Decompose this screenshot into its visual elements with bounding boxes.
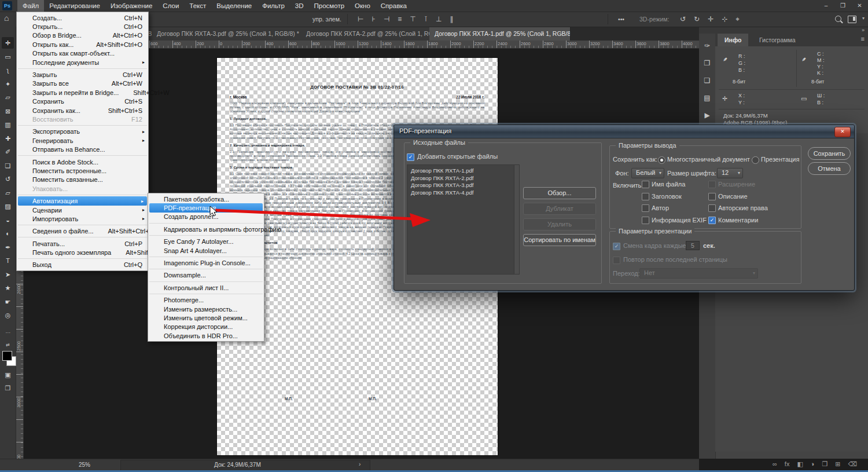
automation-item-Изменить размерность...[interactable]: Изменить размерность... bbox=[148, 305, 264, 313]
automation-item-Imagenomic Plug-in Console...[interactable]: Imagenomic Plug-in Console... bbox=[148, 258, 264, 267]
automation-item-Photomerge...[interactable]: Photomerge... bbox=[148, 296, 264, 305]
more-options-icon[interactable]: ••• bbox=[618, 16, 624, 23]
automation-item-Коррекция дисторсии...[interactable]: Коррекция дисторсии... bbox=[148, 323, 264, 331]
file-menu-item-Открыть как смарт-объект...[interactable]: Открыть как смарт-объект... bbox=[17, 49, 148, 58]
include-checkbox-Заголовок[interactable] bbox=[642, 193, 649, 200]
gradient-tool[interactable]: ▨ bbox=[2, 200, 14, 212]
duplicate-button[interactable]: Дубликат bbox=[523, 203, 596, 215]
list-scrollbar[interactable] bbox=[514, 165, 519, 274]
menubar-item-Файл[interactable]: Файл bbox=[17, 0, 44, 12]
automation-item-Кадрировать и выпрямить фотографию[interactable]: Кадрировать и выпрямить фотографию bbox=[148, 225, 264, 233]
file-list-item[interactable]: Договор ПКК ЯХТА-2.pdf bbox=[407, 175, 519, 182]
new-layer-icon[interactable]: ⊞ bbox=[835, 460, 840, 468]
zoom-level[interactable]: 25% bbox=[79, 462, 90, 468]
foreground-color-swatch[interactable] bbox=[2, 351, 12, 361]
workspace-icon[interactable] bbox=[848, 16, 856, 23]
align-bottom-edges-icon[interactable]: ⊥ bbox=[436, 13, 442, 25]
adjustment-layer-icon[interactable]: ◑ bbox=[811, 460, 815, 468]
3d-rotate-icon[interactable]: ↺ bbox=[680, 13, 686, 25]
automation-item-Создать дроплет...[interactable]: Создать дроплет... bbox=[148, 213, 264, 221]
include-checkbox-Расширение[interactable] bbox=[708, 181, 716, 188]
menubar-item-Просмотр[interactable]: Просмотр bbox=[309, 0, 350, 12]
file-menu-item-Поиск в Adobe Stock...[interactable]: Поиск в Adobe Stock... bbox=[17, 158, 148, 166]
layer-group-icon[interactable]: ❒ bbox=[822, 460, 827, 468]
file-list-item[interactable]: Договор ПКК ЯХТА-1.pdf bbox=[407, 167, 519, 175]
loop-checkbox[interactable] bbox=[613, 257, 620, 264]
dialog-close-button[interactable]: ✕ bbox=[834, 127, 851, 137]
automation-item-Пакетная обработка...[interactable]: Пакетная обработка... bbox=[148, 195, 264, 203]
file-menu-item-Печатать...[interactable]: Печатать...Ctrl+P bbox=[17, 239, 148, 248]
file-menu-item-Закрыть все[interactable]: Закрыть всеAlt+Ctrl+W bbox=[17, 79, 148, 88]
type-tool[interactable]: T bbox=[2, 255, 14, 266]
file-menu-item-Экспортировать[interactable]: Экспортировать▸ bbox=[17, 127, 148, 136]
file-list-item[interactable]: Договор ПКК ЯХТА-4.pdf bbox=[407, 189, 519, 197]
align-left-edges-icon[interactable]: ⊢ bbox=[358, 13, 363, 25]
browse-button[interactable]: Обзор... bbox=[523, 187, 596, 199]
automation-item-Downsample...[interactable]: Downsample... bbox=[148, 271, 264, 280]
custom-shape-tool[interactable]: ★ bbox=[2, 282, 14, 294]
file-menu-item-Обзор в Bridge...[interactable]: Обзор в Bridge...Alt+Ctrl+O bbox=[17, 31, 148, 40]
source-files-list[interactable]: Договор ПКК ЯХТА-1.pdfДоговор ПКК ЯХТА-2… bbox=[407, 164, 520, 275]
glyphs-panel-icon[interactable]: ▤ bbox=[701, 92, 713, 104]
file-menu-item-Печать одного экземпляра[interactable]: Печать одного экземпляраAlt+Shift+Ctrl+P bbox=[17, 248, 148, 257]
include-checkbox-Информация EXIF[interactable] bbox=[642, 217, 649, 224]
menubar-item-Фильтр[interactable]: Фильтр bbox=[257, 0, 290, 12]
menubar-item-Окно[interactable]: Окно bbox=[350, 0, 376, 12]
menubar-item-3D[interactable]: 3D bbox=[290, 0, 309, 12]
document-tab[interactable]: Договор ПКК ЯХТА-1.pdf @ 25% (Слой 1, RG… bbox=[429, 27, 571, 41]
brush-tool[interactable]: ✐ bbox=[2, 146, 14, 158]
panel-menu-icon[interactable]: ≡ bbox=[861, 35, 865, 42]
file-menu-item-Сохранить[interactable]: СохранитьCtrl+S bbox=[17, 97, 148, 106]
swap-colors-icon[interactable]: ⇄ bbox=[2, 342, 14, 347]
align-top-edges-icon[interactable]: ⊤ bbox=[410, 13, 415, 25]
rectangular-marquee-tool[interactable]: ▭ bbox=[2, 51, 14, 63]
home-icon[interactable]: ⌂ bbox=[4, 13, 9, 23]
crop-tool[interactable]: ▱ bbox=[2, 92, 14, 103]
align-centers-horizontal-icon[interactable]: ⊦ bbox=[372, 13, 375, 25]
include-checkbox-Описание[interactable] bbox=[708, 193, 716, 200]
3d-drag-icon[interactable]: ✛ bbox=[708, 13, 713, 25]
actions-play-icon[interactable]: ▶ bbox=[701, 109, 713, 122]
file-menu-item-Сценарии[interactable]: Сценарии▸ bbox=[17, 206, 148, 214]
clone-source-icon[interactable]: ❐ bbox=[701, 57, 713, 69]
include-checkbox-Авторские права[interactable] bbox=[708, 204, 716, 212]
include-checkbox-Имя файла[interactable] bbox=[642, 181, 649, 188]
file-menu-item-Сохранить как...[interactable]: Сохранить как...Shift+Ctrl+S bbox=[17, 106, 148, 115]
clone-stamp-tool[interactable]: ❏ bbox=[2, 160, 14, 171]
file-menu-item-Выход[interactable]: ВыходCtrl+Q bbox=[17, 261, 148, 269]
advance-seconds-input[interactable]: 5 bbox=[686, 241, 700, 250]
automation-item-Контрольный лист II...[interactable]: Контрольный лист II... bbox=[148, 283, 264, 292]
file-menu-item-Закрыть[interactable]: ЗакрытьCtrl+W bbox=[17, 70, 148, 79]
delete-layer-icon[interactable]: ⌫ bbox=[848, 460, 858, 468]
pen-tool[interactable]: ✒ bbox=[2, 242, 14, 253]
dodge-tool[interactable]: ◐ bbox=[2, 228, 14, 239]
status-chevron-icon[interactable]: › bbox=[359, 461, 361, 467]
background-select[interactable]: Белый ▾ bbox=[631, 168, 664, 178]
screen-mode-button[interactable]: ❐ bbox=[2, 385, 14, 392]
collapse-panels-icon[interactable]: » bbox=[862, 27, 865, 34]
smudge-tool[interactable]: ◒ bbox=[2, 214, 14, 226]
align-right-edges-icon[interactable]: ⊣ bbox=[384, 13, 389, 25]
zoom-tool[interactable]: ◎ bbox=[2, 309, 14, 321]
quick-mask-button[interactable]: ▣ bbox=[2, 371, 14, 379]
document-tab[interactable]: Договор ПКК ЯХТА-3.pdf @ 25% (Слой 1, RG… bbox=[152, 27, 301, 41]
font-size-select[interactable]: 12 ▾ bbox=[717, 168, 743, 178]
menubar-item-Редактирование[interactable]: Редактирование bbox=[44, 0, 105, 12]
multipage-radio[interactable] bbox=[658, 156, 665, 164]
file-menu-item-Создать...[interactable]: Создать...Ctrl+N bbox=[17, 13, 148, 22]
file-menu-item-Импортировать[interactable]: Импортировать▸ bbox=[17, 214, 148, 223]
magic-wand-tool[interactable]: ✦ bbox=[2, 78, 14, 90]
file-menu-item-Открыть как...[interactable]: Открыть как...Alt+Shift+Ctrl+O bbox=[17, 40, 148, 49]
eraser-tool[interactable]: ▱ bbox=[2, 187, 14, 199]
file-menu-item-Открыть...[interactable]: Открыть...Ctrl+O bbox=[17, 22, 148, 31]
remove-button[interactable]: Удалить bbox=[523, 218, 596, 230]
brush-settings-icon[interactable]: ✑ bbox=[701, 39, 713, 52]
file-menu-item-Отправить на Behance...[interactable]: Отправить на Behance... bbox=[17, 145, 148, 153]
document-tab[interactable]: Договор ПКК ЯХТА-2.pdf @ 25% (Слой 1, RG… bbox=[301, 27, 430, 41]
file-menu-item-Автоматизация[interactable]: Автоматизация▸ bbox=[18, 196, 147, 205]
file-menu-item-Поместить связанные...[interactable]: Поместить связанные... bbox=[17, 175, 148, 184]
menubar-item-Изображение[interactable]: Изображение bbox=[105, 0, 157, 12]
layer-mask-icon[interactable]: ◧ bbox=[797, 460, 803, 468]
eyedropper-tool[interactable]: ▥ bbox=[2, 119, 14, 130]
distribute-vertical-icon[interactable]: ⊺ bbox=[424, 13, 428, 25]
